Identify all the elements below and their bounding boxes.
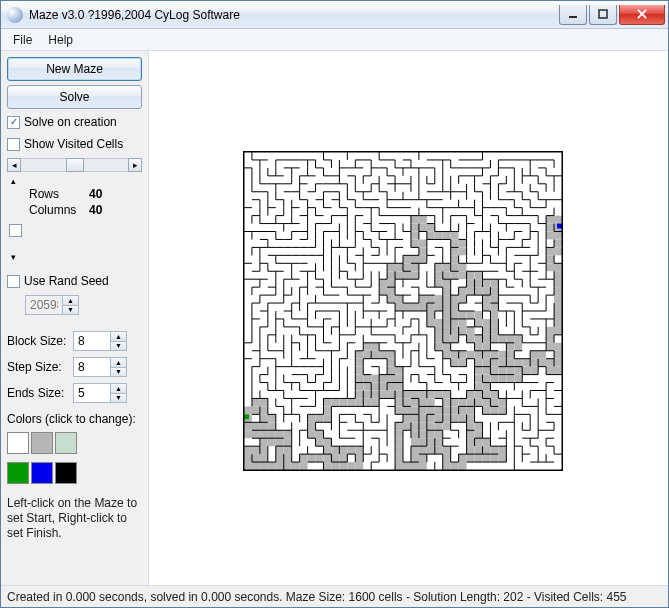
show-visited-checkbox[interactable] [7, 138, 20, 151]
svg-rect-23 [276, 438, 284, 446]
close-button[interactable] [619, 5, 665, 25]
svg-rect-31 [244, 454, 252, 462]
svg-rect-126 [427, 422, 435, 430]
colors-label: Colors (click to change): [7, 412, 142, 426]
svg-rect-285 [459, 271, 467, 279]
svg-rect-5 [244, 406, 252, 414]
maze-canvas-area[interactable] [149, 51, 668, 585]
svg-rect-261 [403, 263, 411, 271]
svg-rect-241 [435, 295, 443, 303]
svg-rect-121 [443, 398, 451, 406]
svg-rect-117 [427, 398, 435, 406]
ends-size-input[interactable] [73, 383, 111, 403]
svg-rect-141 [403, 422, 411, 430]
step-up-icon[interactable]: ▲ [111, 357, 127, 367]
svg-rect-22 [284, 438, 292, 446]
seed-down-icon[interactable]: ▼ [63, 305, 79, 316]
svg-rect-98 [395, 375, 403, 383]
svg-rect-351 [530, 359, 538, 367]
block-up-icon[interactable]: ▲ [111, 331, 127, 341]
svg-rect-47 [324, 454, 332, 462]
svg-rect-301 [451, 327, 459, 335]
svg-rect-17 [252, 430, 260, 438]
svg-rect-8 [260, 398, 268, 406]
minimize-button[interactable] [559, 5, 587, 25]
svg-rect-207 [475, 367, 483, 375]
color-swatch[interactable] [31, 462, 53, 484]
color-swatch[interactable] [31, 432, 53, 454]
svg-rect-146 [395, 454, 403, 462]
svg-rect-256 [395, 263, 403, 271]
slider-right-icon[interactable]: ▸ [128, 158, 142, 172]
svg-rect-376 [554, 247, 562, 255]
svg-rect-248 [395, 295, 403, 303]
dims-collapse-up-icon[interactable]: ▴ [7, 177, 142, 186]
svg-rect-385 [557, 224, 562, 229]
block-down-icon[interactable]: ▼ [111, 341, 127, 352]
svg-rect-79 [363, 398, 371, 406]
color-swatch[interactable] [55, 432, 77, 454]
size-slider[interactable]: ◂ ▸ [7, 157, 142, 173]
svg-rect-15 [244, 422, 252, 430]
svg-rect-147 [395, 462, 403, 470]
svg-rect-34 [260, 462, 268, 470]
svg-rect-29 [252, 446, 260, 454]
svg-rect-97 [395, 367, 403, 375]
slider-track[interactable] [21, 158, 128, 172]
svg-rect-381 [546, 216, 554, 224]
title-bar[interactable]: Maze v3.0 ?1996,2004 CyLog Software [1, 1, 668, 29]
svg-rect-49 [331, 462, 339, 470]
slider-left-icon[interactable]: ◂ [7, 158, 21, 172]
svg-rect-226 [467, 351, 475, 359]
slider-thumb[interactable] [66, 158, 84, 172]
seed-up-icon[interactable]: ▲ [63, 295, 79, 305]
svg-rect-87 [355, 359, 363, 367]
svg-rect-229 [451, 359, 459, 367]
maximize-button[interactable] [589, 5, 617, 25]
svg-rect-140 [403, 414, 411, 422]
menu-help[interactable]: Help [40, 31, 81, 49]
svg-rect-95 [387, 359, 395, 367]
solve-button[interactable]: Solve [7, 85, 142, 109]
step-size-input[interactable] [73, 357, 111, 377]
svg-rect-200 [498, 398, 506, 406]
maze-display[interactable] [243, 151, 563, 471]
svg-rect-178 [467, 446, 475, 454]
block-size-input[interactable] [73, 331, 111, 351]
color-swatch[interactable] [7, 432, 29, 454]
svg-rect-66 [308, 414, 316, 422]
svg-rect-245 [411, 303, 419, 311]
svg-rect-250 [387, 287, 395, 295]
use-rand-seed-checkbox[interactable] [7, 275, 20, 288]
svg-rect-257 [395, 271, 403, 279]
color-swatch[interactable] [55, 462, 77, 484]
menu-file[interactable]: File [5, 31, 40, 49]
svg-rect-384 [244, 414, 249, 419]
svg-rect-364 [554, 327, 562, 335]
svg-rect-289 [435, 263, 443, 271]
svg-rect-325 [475, 271, 483, 279]
svg-rect-338 [490, 327, 498, 335]
step-down-icon[interactable]: ▼ [111, 367, 127, 378]
svg-rect-315 [467, 311, 475, 319]
solve-on-creation-checkbox[interactable] [7, 116, 20, 129]
ends-down-icon[interactable]: ▼ [111, 393, 127, 404]
menu-bar: File Help [1, 29, 668, 51]
lock-aspect-checkbox[interactable] [9, 224, 22, 237]
new-maze-button[interactable]: New Maze [7, 57, 142, 81]
svg-rect-266 [419, 239, 427, 247]
svg-rect-114 [411, 391, 419, 399]
svg-rect-343 [514, 343, 522, 351]
svg-rect-63 [316, 430, 324, 438]
ends-up-icon[interactable]: ▲ [111, 383, 127, 393]
svg-rect-180 [467, 430, 475, 438]
svg-rect-278 [451, 239, 459, 247]
color-swatch[interactable] [7, 462, 29, 484]
sidebar: New Maze Solve Solve on creation Show Vi… [1, 51, 149, 585]
svg-rect-89 [363, 351, 371, 359]
svg-rect-127 [427, 414, 435, 422]
svg-rect-307 [475, 335, 483, 343]
dims-collapse-down-icon[interactable]: ▾ [7, 253, 142, 262]
svg-rect-373 [546, 263, 554, 271]
svg-rect-276 [443, 232, 451, 240]
